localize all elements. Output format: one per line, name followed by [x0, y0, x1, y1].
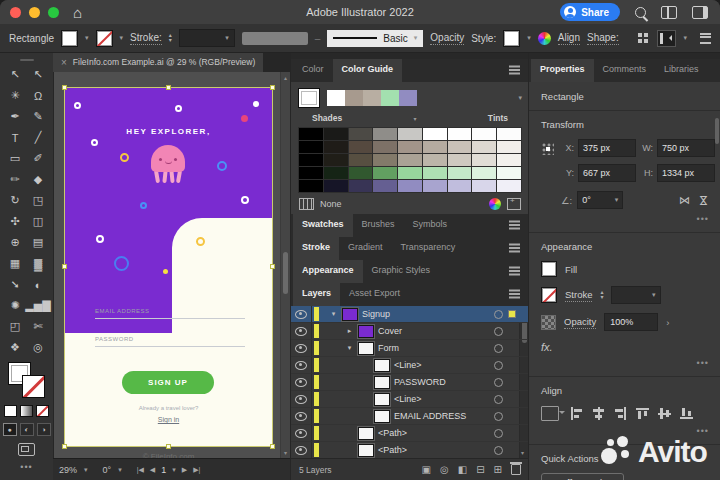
harmony-swatch[interactable]: [399, 90, 417, 106]
panel-tab[interactable]: Appearance: [293, 260, 363, 283]
scroll-thumb[interactable]: [283, 252, 288, 294]
base-color-swatch[interactable]: [298, 88, 320, 108]
align-top-button[interactable]: [636, 407, 649, 420]
flip-horizontal-icon[interactable]: ⋈: [679, 194, 690, 207]
blend-tool[interactable]: ◐: [27, 274, 50, 295]
guide-swatch[interactable]: [448, 154, 472, 166]
properties-scroll-thumb[interactable]: [715, 118, 719, 144]
effects-button[interactable]: fx.: [541, 341, 709, 353]
rotate-tool[interactable]: ↻: [4, 190, 27, 211]
panel-tab[interactable]: Libraries: [655, 59, 708, 82]
layer-name[interactable]: <Path>: [378, 445, 407, 455]
opacity-field[interactable]: 100%: [604, 313, 658, 331]
delete-selection-icon[interactable]: [511, 464, 521, 475]
selection-handle[interactable]: [270, 264, 275, 269]
layer-thumbnail[interactable]: [358, 325, 374, 338]
arrange-documents-icon[interactable]: [692, 6, 708, 19]
stroke-weight-field[interactable]: ▾: [611, 286, 661, 304]
guide-swatch[interactable]: [373, 154, 397, 166]
variable-width-profile[interactable]: [242, 32, 308, 45]
guide-swatch[interactable]: [423, 154, 447, 166]
visibility-eye-icon[interactable]: [291, 323, 312, 339]
guide-swatch[interactable]: [299, 180, 323, 192]
style-swatch[interactable]: [503, 30, 520, 47]
pen-tool[interactable]: ✒: [4, 106, 27, 127]
free-transform-tool[interactable]: ◫: [27, 211, 50, 232]
panel-menu-icon[interactable]: [509, 293, 520, 295]
align-more-options[interactable]: •••: [541, 426, 709, 436]
next-artboard-button[interactable]: ▶: [182, 466, 187, 474]
panel-tab[interactable]: Layers: [293, 283, 340, 306]
layer-row[interactable]: ▾ Form: [291, 340, 529, 357]
canvas[interactable]: HEY EXPLORER, EMAIL ADDRESS PASSWORD SIG…: [53, 72, 290, 458]
artboard-chevron-icon[interactable]: ▾: [172, 466, 176, 474]
perspective-grid-tool[interactable]: ▤: [27, 232, 50, 253]
guide-swatch[interactable]: [398, 128, 422, 140]
variation-chevron-icon[interactable]: ▾: [342, 115, 488, 122]
panel-tab[interactable]: Color Guide: [333, 59, 403, 82]
harmony-rules-chevron-icon[interactable]: ▾: [518, 94, 522, 102]
guide-swatch[interactable]: [472, 167, 496, 179]
last-artboard-button[interactable]: ▶|: [193, 466, 200, 474]
layer-name[interactable]: <Line>: [394, 360, 422, 370]
stroke-proxy-swatch[interactable]: [22, 375, 45, 398]
panel-tab[interactable]: Gradient: [339, 237, 392, 260]
guide-swatch[interactable]: [398, 167, 422, 179]
panel-menu-icon[interactable]: [509, 224, 520, 226]
guide-swatch[interactable]: [324, 154, 348, 166]
selection-handle[interactable]: [166, 85, 171, 90]
target-circle-icon[interactable]: [494, 378, 503, 387]
panel-tab[interactable]: Properties: [531, 59, 594, 82]
panel-tab[interactable]: Transparency: [392, 237, 465, 260]
harmony-swatch[interactable]: [327, 90, 345, 106]
symbol-sprayer-tool[interactable]: ✺: [4, 295, 27, 316]
transform-more-options[interactable]: •••: [541, 214, 709, 224]
curvature-tool[interactable]: ✎: [27, 106, 50, 127]
new-sublayer-icon[interactable]: ⊟: [476, 465, 484, 475]
stroke-weight-stepper[interactable]: ▴▾: [600, 290, 603, 300]
layer-name[interactable]: Form: [378, 343, 399, 353]
panel-grip[interactable]: [20, 59, 34, 61]
guide-swatch[interactable]: [472, 141, 496, 153]
visibility-eye-icon[interactable]: [291, 340, 312, 356]
share-button[interactable]: Share: [560, 3, 620, 21]
align-left-button[interactable]: [570, 407, 583, 420]
layer-row[interactable]: ▸ Cover: [291, 323, 529, 340]
guide-swatch[interactable]: [324, 128, 348, 140]
guide-swatch[interactable]: [373, 167, 397, 179]
layer-name[interactable]: <Path>: [378, 428, 407, 438]
visibility-eye-icon[interactable]: [291, 391, 312, 407]
rectangle-tool[interactable]: ▭: [4, 148, 27, 169]
layer-row[interactable]: ▾ Signup: [291, 306, 529, 323]
guide-swatch[interactable]: [423, 167, 447, 179]
layer-name[interactable]: EMAIL ADDRESS: [394, 411, 466, 421]
fill-swatch[interactable]: [541, 261, 557, 277]
selection-handle[interactable]: [270, 444, 275, 449]
fill-color-swatch[interactable]: [61, 30, 78, 47]
quick-action-button[interactable]: Offset Path: [541, 473, 624, 480]
direct-selection-tool[interactable]: ↖: [27, 64, 50, 85]
guide-swatch[interactable]: [423, 141, 447, 153]
expand-chevron-icon[interactable]: ▾: [329, 310, 338, 318]
change-screen-mode-icon[interactable]: [18, 443, 35, 456]
target-circle-icon[interactable]: [494, 310, 503, 319]
layer-thumbnail[interactable]: [374, 410, 390, 423]
rotation-value[interactable]: 0°: [103, 465, 112, 475]
magic-wand-tool[interactable]: ✳: [4, 85, 27, 106]
shape-builder-tool[interactable]: ⊕: [4, 232, 27, 253]
guide-swatch[interactable]: [497, 180, 521, 192]
layer-name[interactable]: PASSWORD: [394, 377, 446, 387]
artboard-tool[interactable]: ◰: [4, 316, 27, 337]
panel-tab[interactable]: Symbols: [404, 214, 457, 237]
layer-row[interactable]: <Line>: [291, 357, 529, 374]
dock-panel-icon[interactable]: [657, 30, 676, 47]
guide-swatch[interactable]: [472, 154, 496, 166]
canvas-vertical-scrollbar[interactable]: ▴ ▾: [280, 72, 290, 458]
rotation-field[interactable]: 0° ▾: [577, 191, 623, 209]
visibility-eye-icon[interactable]: [291, 374, 312, 390]
new-layer-icon[interactable]: ⊞: [494, 465, 502, 475]
layer-thumbnail[interactable]: [342, 308, 358, 321]
expand-chevron-icon[interactable]: ▾: [345, 344, 354, 352]
mesh-tool[interactable]: ▦: [4, 253, 27, 274]
align-bottom-button[interactable]: [680, 407, 693, 420]
